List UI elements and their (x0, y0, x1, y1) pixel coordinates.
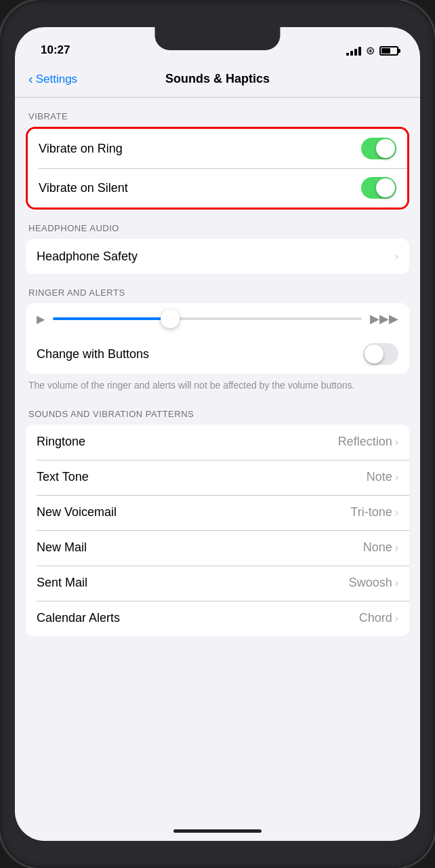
volume-low-icon: ▶ (37, 313, 45, 326)
vibrate-on-ring-row: Vibrate on Ring (28, 129, 407, 168)
vibrate-on-silent-toggle[interactable] (361, 177, 396, 199)
ringer-description: The volume of the ringer and alerts will… (15, 374, 420, 395)
page-title: Sounds & Haptics (96, 72, 339, 86)
volume-slider-thumb[interactable] (161, 309, 180, 328)
home-indicator (173, 829, 262, 833)
content-area: VIBRATE Vibrate on Ring Vibrate on Silen… (15, 98, 420, 841)
new-mail-current: None (363, 540, 392, 555)
back-button[interactable]: ‹ Settings (28, 72, 96, 87)
headphone-safety-row[interactable]: Headphone Safety › (26, 239, 409, 274)
ringer-group: ▶ ▶▶▶ Change with Buttons (26, 303, 409, 374)
headphone-safety-label: Headphone Safety (37, 250, 138, 264)
new-voicemail-current: Tri-tone (350, 505, 392, 519)
calendar-alerts-value: Chord › (359, 611, 398, 625)
wifi-icon: ⊛ (366, 44, 375, 57)
ringtone-current: Reflection (338, 435, 392, 449)
vibrate-on-silent-label: Vibrate on Silent (39, 181, 128, 195)
headphone-section-header: HEADPHONE AUDIO (15, 210, 420, 239)
chevron-right-icon: › (395, 436, 398, 448)
back-label: Settings (36, 73, 77, 86)
status-icons: ⊛ (346, 44, 398, 57)
ringtone-value: Reflection › (338, 435, 398, 449)
toggle-knob-3 (365, 344, 384, 363)
chevron-right-icon: › (395, 577, 398, 589)
new-voicemail-row[interactable]: New Voicemail Tri-tone › (26, 495, 409, 530)
vibrate-on-ring-toggle[interactable] (361, 138, 396, 159)
change-with-buttons-label: Change with Buttons (37, 347, 149, 361)
battery-icon (379, 46, 398, 56)
sent-mail-current: Swoosh (349, 576, 392, 590)
text-tone-current: Note (367, 470, 392, 484)
text-tone-label: Text Tone (37, 470, 89, 484)
volume-slider-row: ▶ ▶▶▶ (26, 303, 409, 334)
vibrate-on-ring-label: Vibrate on Ring (39, 142, 123, 156)
back-chevron-icon: ‹ (28, 71, 33, 87)
sent-mail-label: Sent Mail (37, 576, 87, 590)
phone-frame: 10:27 ⊛ ‹ Settings Sounds & Haptics (0, 0, 435, 868)
ringtone-row[interactable]: Ringtone Reflection › (26, 425, 409, 460)
volume-high-icon: ▶▶▶ (370, 311, 398, 326)
change-with-buttons-toggle[interactable] (363, 343, 398, 365)
new-voicemail-value: Tri-tone › (350, 505, 398, 519)
volume-slider-fill (53, 317, 170, 320)
volume-slider-track[interactable] (53, 317, 362, 320)
toggle-knob-2 (376, 178, 395, 197)
headphone-group: Headphone Safety › (26, 239, 409, 274)
status-time: 10:27 (41, 43, 70, 57)
change-with-buttons-row: Change with Buttons (26, 334, 409, 374)
toggle-knob (376, 139, 395, 158)
headphone-safety-value: › (395, 250, 398, 262)
vibrate-on-silent-row: Vibrate on Silent (28, 168, 407, 208)
ringer-section-header: RINGER AND ALERTS (15, 274, 420, 303)
calendar-alerts-row[interactable]: Calendar Alerts Chord › (26, 601, 409, 636)
new-voicemail-label: New Voicemail (37, 505, 117, 519)
calendar-alerts-label: Calendar Alerts (37, 611, 120, 625)
nav-bar: ‹ Settings Sounds & Haptics (15, 61, 420, 98)
text-tone-value: Note › (367, 470, 398, 484)
new-mail-value: None › (363, 540, 398, 555)
ringtone-label: Ringtone (37, 435, 85, 449)
sent-mail-row[interactable]: Sent Mail Swoosh › (26, 566, 409, 601)
signal-icon (346, 46, 361, 56)
text-tone-row[interactable]: Text Tone Note › (26, 460, 409, 495)
chevron-right-icon: › (395, 612, 398, 625)
chevron-right-icon: › (395, 507, 398, 519)
screen: 10:27 ⊛ ‹ Settings Sounds & Haptics (15, 27, 420, 841)
new-mail-label: New Mail (37, 540, 87, 555)
chevron-right-icon: › (395, 542, 398, 554)
sent-mail-value: Swoosh › (349, 576, 398, 590)
chevron-right-icon: › (395, 471, 398, 484)
sounds-group: Ringtone Reflection › Text Tone Note › N… (26, 425, 409, 636)
vibrate-group: Vibrate on Ring Vibrate on Silent (26, 127, 409, 210)
notch (155, 27, 281, 50)
vibrate-section-header: VIBRATE (15, 98, 420, 127)
calendar-alerts-current: Chord (359, 611, 392, 625)
chevron-right-icon: › (395, 250, 398, 262)
sounds-section-header: SOUNDS AND VIBRATION PATTERNS (15, 395, 420, 425)
new-mail-row[interactable]: New Mail None › (26, 530, 409, 566)
